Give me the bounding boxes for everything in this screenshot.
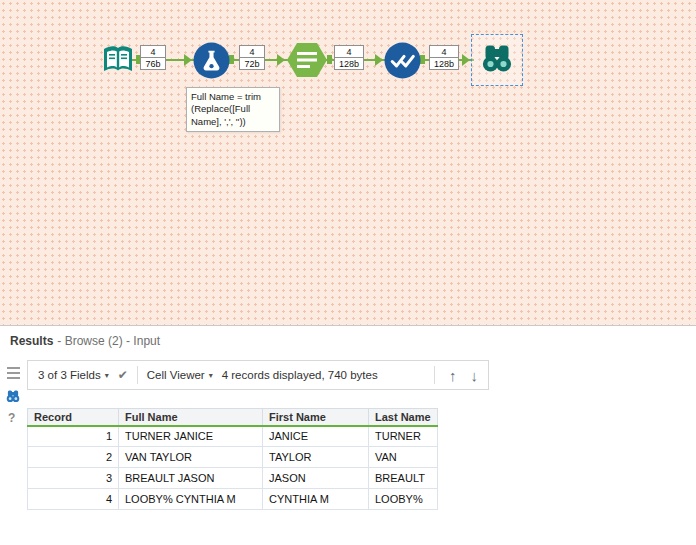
table-cell[interactable]: CYNTHIA M bbox=[263, 489, 369, 510]
fields-dropdown[interactable]: 3 of 3 Fields ▾ bbox=[38, 369, 109, 381]
table-cell[interactable]: 1 bbox=[28, 426, 119, 447]
table-body: 1TURNER JANICEJANICETURNER2VAN TAYLORTAY… bbox=[28, 426, 438, 510]
table-cell[interactable]: BREAULT JASON bbox=[119, 468, 263, 489]
col-header-record[interactable]: Record bbox=[28, 409, 119, 426]
connector-arrow-icon bbox=[277, 54, 285, 66]
table-cell[interactable]: 2 bbox=[28, 447, 119, 468]
col-header-first-name[interactable]: First Name bbox=[263, 409, 369, 426]
alteryx-window: 4 76b 4 72b bbox=[0, 0, 696, 545]
summarize-tool[interactable] bbox=[286, 42, 328, 82]
record-count-badge: 4 72b bbox=[239, 45, 265, 70]
connector-arrow-icon bbox=[375, 54, 383, 66]
messages-list-icon[interactable] bbox=[7, 367, 20, 382]
size-badge: 128b bbox=[429, 57, 459, 70]
table-cell[interactable]: TURNER JANICE bbox=[119, 426, 263, 447]
record-count-badge: 4 76b bbox=[140, 45, 166, 70]
results-panel: Results- Browse (2) - Input ? 3 of 3 Fie… bbox=[0, 327, 696, 545]
record-count-badge: 4 128b bbox=[334, 45, 364, 70]
results-table: Record Full Name First Name Last Name 1T… bbox=[27, 408, 438, 510]
table-cell[interactable]: JASON bbox=[263, 468, 369, 489]
fields-dropdown-label: 3 of 3 Fields bbox=[38, 369, 101, 381]
down-arrow-button[interactable]: ↓ bbox=[471, 368, 479, 383]
help-icon[interactable]: ? bbox=[8, 411, 15, 425]
browse-tool[interactable] bbox=[479, 40, 515, 80]
toolbar-separator bbox=[434, 366, 435, 384]
summarize-hexagon-icon bbox=[286, 64, 328, 81]
unique-checkmarks-icon bbox=[384, 65, 421, 82]
table-row[interactable]: 3BREAULT JASONJASONBREAULT bbox=[28, 468, 438, 489]
table-cell[interactable]: 4 bbox=[28, 489, 119, 510]
results-header: Results- Browse (2) - Input bbox=[10, 334, 160, 348]
table-cell[interactable]: 3 bbox=[28, 468, 119, 489]
table-cell[interactable]: LOOBY% CYNTHIA M bbox=[119, 489, 263, 510]
results-subtitle: - Browse (2) - Input bbox=[57, 334, 160, 348]
table-header-row: Record Full Name First Name Last Name bbox=[28, 409, 438, 426]
results-title: Results bbox=[10, 334, 53, 348]
cell-viewer-dropdown[interactable]: Cell Viewer ▾ bbox=[147, 369, 213, 381]
apply-check-icon[interactable]: ✔ bbox=[118, 368, 128, 382]
size-badge: 128b bbox=[334, 57, 364, 70]
connector-arrow-icon bbox=[462, 54, 470, 66]
table-cell[interactable]: VAN bbox=[369, 447, 438, 468]
formula-annotation[interactable]: Full Name = trim (Replace([Full Name], '… bbox=[186, 87, 280, 132]
col-header-last-name[interactable]: Last Name bbox=[369, 409, 438, 426]
input-data-tool[interactable] bbox=[99, 43, 137, 81]
formula-flask-icon bbox=[193, 65, 230, 82]
table-cell[interactable]: JANICE bbox=[263, 426, 369, 447]
results-toolbar: 3 of 3 Fields ▾ ✔ Cell Viewer ▾ 4 record… bbox=[27, 360, 489, 390]
browse-anchor-icon[interactable] bbox=[5, 388, 21, 408]
unique-tool[interactable] bbox=[384, 42, 421, 83]
record-nav: ↑ ↓ bbox=[434, 366, 478, 384]
browse-tool-selection[interactable] bbox=[471, 34, 523, 86]
table-cell[interactable]: VAN TAYLOR bbox=[119, 447, 263, 468]
size-badge: 72b bbox=[239, 57, 265, 70]
table-row[interactable]: 1TURNER JANICEJANICETURNER bbox=[28, 426, 438, 447]
records-status: 4 records displayed, 740 bytes bbox=[222, 369, 378, 381]
table-cell[interactable]: TAYLOR bbox=[263, 447, 369, 468]
chevron-down-icon: ▾ bbox=[209, 371, 213, 380]
record-count-badge: 4 128b bbox=[429, 45, 459, 70]
toolbar-separator bbox=[137, 366, 138, 384]
table-row[interactable]: 4LOOBY% CYNTHIA MCYNTHIA MLOOBY% bbox=[28, 489, 438, 510]
table-cell[interactable]: LOOBY% bbox=[369, 489, 438, 510]
size-badge: 76b bbox=[140, 57, 166, 70]
chevron-down-icon: ▾ bbox=[105, 371, 109, 380]
browse-binoculars-icon bbox=[479, 62, 515, 79]
up-arrow-button[interactable]: ↑ bbox=[449, 368, 457, 383]
table-cell[interactable]: BREAULT bbox=[369, 468, 438, 489]
table-cell[interactable]: TURNER bbox=[369, 426, 438, 447]
table-row[interactable]: 2VAN TAYLORTAYLORVAN bbox=[28, 447, 438, 468]
col-header-full-name[interactable]: Full Name bbox=[119, 409, 263, 426]
connector-arrow-icon bbox=[184, 54, 192, 66]
formula-tool[interactable] bbox=[193, 42, 230, 83]
input-data-book-icon bbox=[99, 63, 137, 80]
workflow-canvas[interactable]: 4 76b 4 72b bbox=[0, 0, 696, 326]
cell-viewer-label: Cell Viewer bbox=[147, 369, 205, 381]
